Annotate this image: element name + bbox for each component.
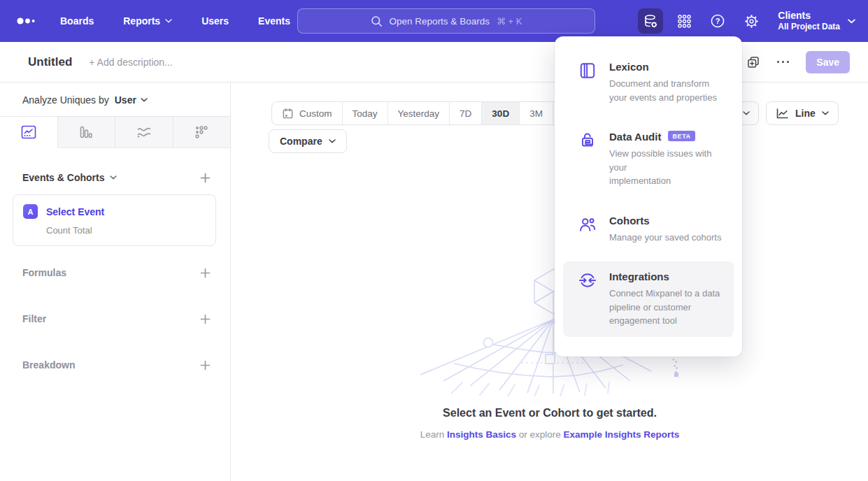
integrations-icon: [578, 271, 597, 289]
save-button[interactable]: Save: [806, 51, 850, 73]
range-3m[interactable]: 3M: [519, 102, 553, 124]
nav-item-label: Boards: [60, 15, 94, 27]
empty-state-title: Select an Event or Cohort to get started…: [232, 407, 868, 419]
settings-button[interactable]: [739, 8, 764, 34]
nav-item-label: Reports: [123, 15, 160, 27]
event-card-top: A Select Event: [23, 204, 206, 219]
range-custom[interactable]: Custom: [272, 102, 342, 124]
menu-item-title: Data Audit BETA: [609, 131, 727, 143]
data-audit-icon: [578, 131, 597, 150]
calendar-icon: [282, 108, 294, 120]
nav-item-events[interactable]: Events: [258, 15, 290, 27]
formulas-label: Formulas: [22, 267, 66, 278]
range-7d[interactable]: 7D: [449, 102, 481, 124]
menu-item-description: Manage your saved cohorts: [609, 231, 721, 245]
chevron-down-icon: [165, 19, 172, 23]
nav-right-cluster: ? Clients All Project Data: [638, 0, 855, 42]
report-title[interactable]: Untitled: [28, 55, 72, 69]
nav-item-reports[interactable]: Reports: [123, 15, 172, 27]
menu-item-description: Document and transform your events and p…: [609, 77, 717, 104]
event-aggregation-label[interactable]: Count Total: [23, 225, 206, 236]
primary-nav-links: Boards Reports Users Events: [60, 15, 290, 27]
svg-text:?: ?: [716, 17, 720, 25]
analyze-label: Analyze Uniques by: [22, 94, 109, 106]
range-label: 30D: [492, 108, 509, 119]
filter-label: Filter: [22, 313, 46, 324]
analyze-row: Analyze Uniques by User: [0, 83, 230, 117]
add-description-input[interactable]: + Add description...: [89, 57, 172, 68]
nav-item-boards[interactable]: Boards: [60, 15, 94, 27]
mixpanel-logo-icon: [17, 16, 38, 26]
report-actions: Save: [746, 51, 850, 73]
global-search-input[interactable]: Open Reports & Boards ⌘ + K: [297, 8, 595, 34]
example-reports-link[interactable]: Example Insights Reports: [564, 429, 680, 440]
duplicate-icon: [746, 55, 760, 69]
add-filter-button[interactable]: [200, 314, 211, 324]
project-name: Clients: [778, 9, 840, 22]
range-today[interactable]: Today: [342, 102, 387, 124]
range-label: Custom: [299, 108, 332, 119]
plus-icon: [200, 314, 211, 324]
tab-flow[interactable]: [115, 117, 173, 148]
project-text: Clients All Project Data: [778, 9, 840, 33]
data-management-button[interactable]: [638, 8, 663, 34]
menu-item-body: Integrations Connect Mixpanel to a data …: [609, 271, 720, 328]
menu-item-description: View possible issues with your implement…: [609, 147, 727, 188]
nav-item-users[interactable]: Users: [201, 15, 229, 27]
flow-tab-icon: [136, 126, 152, 138]
range-label: Today: [353, 108, 378, 119]
settings-icon: [744, 14, 759, 29]
project-selector[interactable]: Clients All Project Data: [778, 9, 855, 33]
more-options-button[interactable]: [777, 61, 790, 64]
project-scope: All Project Data: [778, 22, 840, 33]
menu-item-integrations[interactable]: Integrations Connect Mixpanel to a data …: [563, 261, 734, 337]
menu-item-data-audit[interactable]: Data Audit BETA View possible issues wit…: [563, 122, 734, 197]
event-card[interactable]: A Select Event Count Total: [13, 194, 216, 246]
tab-insights[interactable]: [0, 117, 58, 148]
range-label: Yesterday: [398, 108, 440, 119]
duplicate-button[interactable]: [746, 55, 760, 69]
menu-item-body: Cohorts Manage your saved cohorts: [609, 215, 721, 245]
learn-prefix: Learn: [420, 429, 445, 440]
cohorts-icon: [578, 215, 597, 234]
chart-type-button[interactable]: Line: [766, 101, 839, 125]
analyze-value-label: User: [115, 94, 136, 106]
filter-section: Filter: [22, 313, 211, 324]
report-canvas: Custom Today Yesterday 7D 30D 3M 6M Comp…: [232, 83, 868, 481]
mixpanel-app: Boards Reports Users Events Open Reports…: [0, 0, 868, 481]
query-sidebar: Analyze Uniques by User: [0, 83, 231, 481]
plus-icon: [200, 173, 211, 183]
chevron-down-icon: [110, 175, 117, 180]
tab-retention[interactable]: [173, 117, 231, 148]
nav-item-label: Users: [201, 15, 229, 27]
compare-button[interactable]: Compare: [269, 129, 347, 153]
select-event-label[interactable]: Select Event: [46, 206, 104, 217]
menu-item-title-text: Data Audit: [609, 131, 661, 143]
search-shortcut: ⌘ + K: [497, 16, 522, 27]
range-yesterday[interactable]: Yesterday: [387, 102, 450, 124]
menu-item-title: Integrations: [609, 271, 720, 282]
explore-middle: or explore: [519, 429, 561, 440]
add-breakdown-button[interactable]: [200, 360, 211, 371]
apps-grid-button[interactable]: [671, 8, 697, 34]
apps-grid-icon: [677, 14, 692, 29]
range-30d[interactable]: 30D: [481, 102, 519, 124]
chevron-down-icon: [848, 19, 855, 24]
chart-type-label: Line: [795, 108, 816, 119]
line-chart-icon: [776, 108, 789, 120]
chevron-down-icon: [743, 111, 750, 115]
insights-basics-link[interactable]: Insights Basics: [447, 429, 516, 440]
menu-item-cohorts[interactable]: Cohorts Manage your saved cohorts: [563, 206, 734, 254]
help-button[interactable]: ?: [705, 8, 730, 34]
breakdown-section: Breakdown: [22, 359, 211, 371]
add-event-button[interactable]: [200, 173, 211, 183]
menu-item-lexicon[interactable]: Lexicon Document and transform your even…: [563, 52, 734, 113]
nav-item-label: Events: [258, 15, 290, 27]
menu-item-body: Lexicon Document and transform your even…: [609, 61, 717, 104]
add-formula-button[interactable]: [200, 268, 211, 278]
events-cohorts-label[interactable]: Events & Cohorts: [22, 172, 104, 183]
tab-bars[interactable]: [58, 117, 116, 148]
analyze-value-dropdown[interactable]: User: [115, 94, 148, 106]
event-series-badge: A: [23, 204, 38, 219]
chevron-down-icon: [329, 139, 336, 143]
